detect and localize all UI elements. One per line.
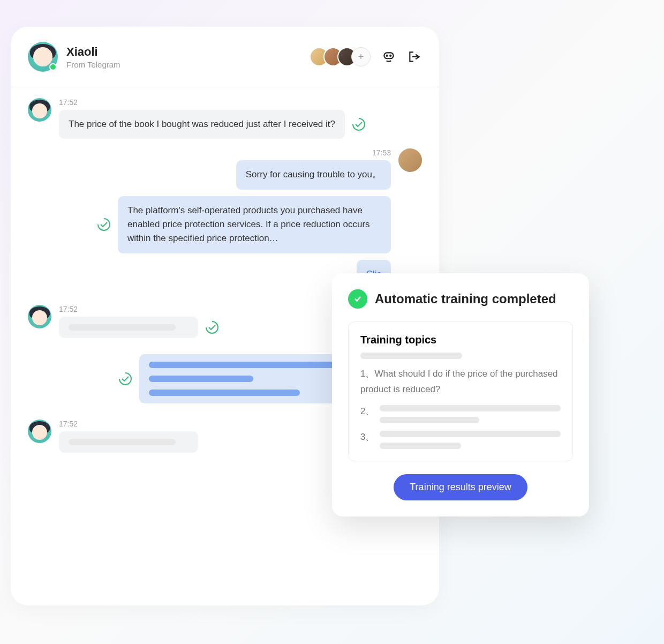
chat-header: Xiaoli From Telegram + [11, 27, 439, 87]
topics-box: Training topics 1、What should I do if th… [348, 321, 573, 461]
message-avatar [28, 420, 51, 443]
message-outgoing: The platform's self-operated products yo… [28, 196, 422, 253]
check-icon [351, 117, 366, 132]
skeleton-line [380, 443, 461, 449]
bot-icon[interactable] [381, 49, 396, 64]
training-panel: Automatic training completed Training to… [332, 273, 589, 516]
skeleton-line [380, 405, 561, 411]
contact-source: From Telegram [66, 60, 310, 69]
message-incoming: 17:52 The price of the book I bought was… [28, 98, 422, 139]
svg-point-1 [387, 55, 388, 56]
success-check-icon [348, 289, 367, 309]
agent-avatar [398, 148, 422, 172]
training-preview-button[interactable]: Training results preview [394, 474, 527, 500]
topic-number: 2、 [360, 405, 374, 417]
skeleton-line [380, 431, 561, 437]
message-time: 17:52 [59, 420, 198, 428]
online-status-dot [49, 63, 57, 71]
exit-icon[interactable] [407, 49, 422, 64]
training-header: Automatic training completed [348, 289, 573, 309]
skeleton-bubble [59, 317, 198, 338]
message-time: 17:52 [59, 305, 220, 313]
message-bubble: The platform's self-operated products yo… [118, 196, 391, 253]
skeleton-bubble [59, 431, 198, 453]
topic-item: 2、 [360, 405, 561, 423]
skeleton-line [360, 353, 462, 359]
contact-avatar[interactable] [28, 42, 58, 72]
contact-name: Xiaoli [66, 45, 310, 59]
training-title: Automatic training completed [375, 291, 556, 306]
topic-number: 3、 [360, 431, 374, 443]
message-bubble: Sorry for causing trouble to you。 [236, 160, 391, 189]
svg-point-2 [390, 55, 391, 56]
header-actions: + [310, 47, 422, 66]
svg-rect-0 [384, 53, 393, 58]
message-time: 17:52 [59, 98, 366, 107]
message-avatar [28, 98, 51, 122]
participant-avatars[interactable]: + [310, 47, 371, 66]
topics-label: Training topics [360, 334, 561, 346]
contact-info: Xiaoli From Telegram [66, 45, 310, 69]
add-participant-button[interactable]: + [351, 47, 371, 66]
message-bubble: The price of the book I bought was reduc… [59, 110, 345, 139]
topic-item: 1、What should I do if the price of the p… [360, 366, 561, 398]
topic-item: 3、 [360, 431, 561, 449]
plus-icon: + [358, 51, 364, 63]
check-icon [118, 371, 133, 386]
check-icon [205, 320, 220, 335]
message-avatar [28, 305, 51, 328]
check-icon [96, 217, 111, 232]
message-time: 17:53 [236, 148, 391, 157]
message-outgoing: 17:53 Sorry for causing trouble to you。 [28, 148, 422, 189]
skeleton-line [380, 417, 479, 423]
